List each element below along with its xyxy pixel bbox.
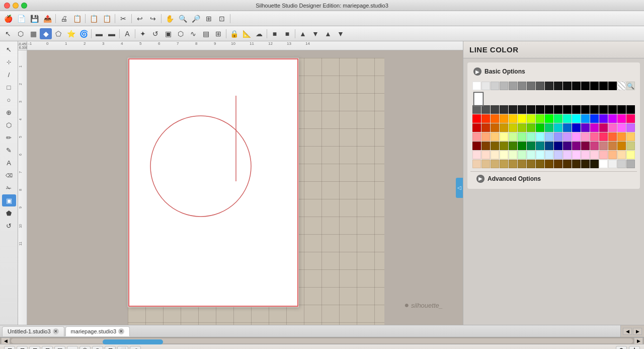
c-d9[interactable]	[545, 142, 553, 150]
color-black1[interactable]	[545, 82, 553, 90]
btm-btn10[interactable]: ⬜	[117, 346, 128, 350]
fmt-cloud[interactable]: ☁	[253, 28, 265, 39]
fmt-line[interactable]: ■	[281, 28, 293, 39]
tool-rect[interactable]: □	[2, 81, 16, 93]
c-m18[interactable]	[626, 123, 635, 132]
tool-line[interactable]: /	[2, 68, 16, 81]
c-l1[interactable]	[472, 132, 481, 141]
c-d5[interactable]	[509, 142, 517, 150]
c-l2[interactable]	[481, 132, 490, 141]
color-dk10[interactable]	[554, 105, 562, 114]
color-dk9[interactable]	[545, 105, 553, 114]
c-r5[interactable]	[509, 114, 517, 123]
fmt-up[interactable]: ▲	[297, 28, 309, 39]
c-m17[interactable]	[617, 123, 626, 132]
c-d10[interactable]	[554, 142, 562, 150]
toolbar-print[interactable]: 🖨	[58, 13, 70, 24]
c-p14[interactable]	[590, 151, 599, 159]
btm-btn4[interactable]: ⊞	[42, 346, 53, 350]
c-m11[interactable]	[563, 123, 572, 132]
fmt-effect6[interactable]: ▤	[200, 28, 212, 39]
c-p2[interactable]	[481, 151, 490, 159]
color-dk3[interactable]	[491, 105, 499, 114]
c-m16[interactable]	[608, 123, 617, 132]
c-m4[interactable]	[500, 123, 508, 132]
tab-close-mariepage[interactable]: ✕	[118, 328, 124, 334]
btm-btn3[interactable]: ⊠	[29, 346, 40, 350]
btm-btn11[interactable]: ↗	[130, 346, 141, 350]
c-b15[interactable]	[599, 160, 608, 168]
c-l3[interactable]	[491, 132, 499, 141]
toolbar-zoom-out[interactable]: 🔎	[190, 13, 202, 24]
c-m10[interactable]	[554, 123, 562, 132]
fmt-lock[interactable]: 🔒	[228, 28, 240, 39]
c-p16[interactable]	[608, 151, 617, 159]
btm-btn2[interactable]: ⊡	[17, 346, 28, 350]
c-l9[interactable]	[545, 132, 553, 141]
fmt-effect3[interactable]: ▣	[162, 28, 174, 39]
color-dk11[interactable]	[563, 105, 572, 114]
c-b7[interactable]	[527, 160, 535, 168]
window-controls[interactable]	[4, 3, 27, 9]
c-b11[interactable]	[563, 160, 572, 168]
c-m13[interactable]	[581, 123, 590, 132]
color-dk6[interactable]	[518, 105, 526, 114]
c-b6[interactable]	[518, 160, 526, 168]
toolbar-redo[interactable]: ↪	[147, 13, 159, 24]
color-dk7[interactable]	[527, 105, 535, 114]
fmt-effect2[interactable]: ↺	[149, 28, 162, 39]
c-l4[interactable]	[500, 132, 508, 141]
minimize-button[interactable]	[13, 3, 19, 9]
close-button[interactable]	[4, 3, 10, 9]
c-p12[interactable]	[572, 151, 581, 159]
toolbar-pan[interactable]: ✋	[164, 13, 176, 24]
c-b17[interactable]	[617, 160, 626, 168]
color-dk17[interactable]	[617, 105, 626, 114]
btm-btn9[interactable]: ⊞	[105, 346, 116, 350]
scroll-left-arrow[interactable]: ◀	[623, 328, 632, 335]
c-d7[interactable]	[527, 142, 535, 150]
color-eyedropper[interactable]: 🔍	[626, 82, 635, 90]
tool-select[interactable]: ↖	[2, 43, 16, 55]
color-white[interactable]	[472, 82, 481, 90]
fmt-shape3[interactable]: ⭐	[65, 28, 77, 39]
tool-pen[interactable]: ✏	[2, 131, 16, 144]
btm-btn5[interactable]: ▤	[54, 346, 65, 350]
color-gray2[interactable]	[491, 82, 499, 90]
c-r1[interactable]	[472, 114, 481, 123]
c-p15[interactable]	[599, 151, 608, 159]
c-p1[interactable]	[472, 151, 481, 159]
c-r8[interactable]	[536, 114, 544, 123]
c-b8[interactable]	[536, 160, 544, 168]
c-p8[interactable]	[536, 151, 544, 159]
color-selected-white[interactable]	[473, 92, 484, 106]
c-b4[interactable]	[500, 160, 508, 168]
color-dk1[interactable]	[472, 105, 481, 114]
c-r4[interactable]	[500, 114, 508, 123]
c-d17[interactable]	[617, 142, 626, 150]
c-b3[interactable]	[491, 160, 499, 168]
toolbar-save[interactable]: 💾	[28, 13, 40, 24]
fmt-fill[interactable]: ■	[269, 28, 281, 39]
toolbar-paste[interactable]: 📋	[101, 13, 113, 24]
color-dk5[interactable]	[509, 105, 517, 114]
c-p13[interactable]	[581, 151, 590, 159]
fmt-text[interactable]: A	[121, 28, 133, 39]
c-m6[interactable]	[518, 123, 526, 132]
c-d11[interactable]	[563, 142, 572, 150]
toolbar-new-file[interactable]: 📄	[15, 13, 27, 24]
fmt-shape1[interactable]: ◆	[40, 28, 52, 39]
c-r15[interactable]	[599, 114, 608, 123]
c-m15[interactable]	[599, 123, 608, 132]
c-r13[interactable]	[581, 114, 590, 123]
maximize-button[interactable]	[21, 3, 27, 9]
c-l12[interactable]	[572, 132, 581, 141]
c-l10[interactable]	[554, 132, 562, 141]
c-r11[interactable]	[563, 114, 572, 123]
c-p7[interactable]	[527, 151, 535, 159]
c-b2[interactable]	[481, 160, 490, 168]
c-b18[interactable]	[626, 160, 635, 168]
fmt-shape4[interactable]: 🌀	[77, 28, 90, 39]
c-r9[interactable]	[545, 114, 553, 123]
c-d6[interactable]	[518, 142, 526, 150]
